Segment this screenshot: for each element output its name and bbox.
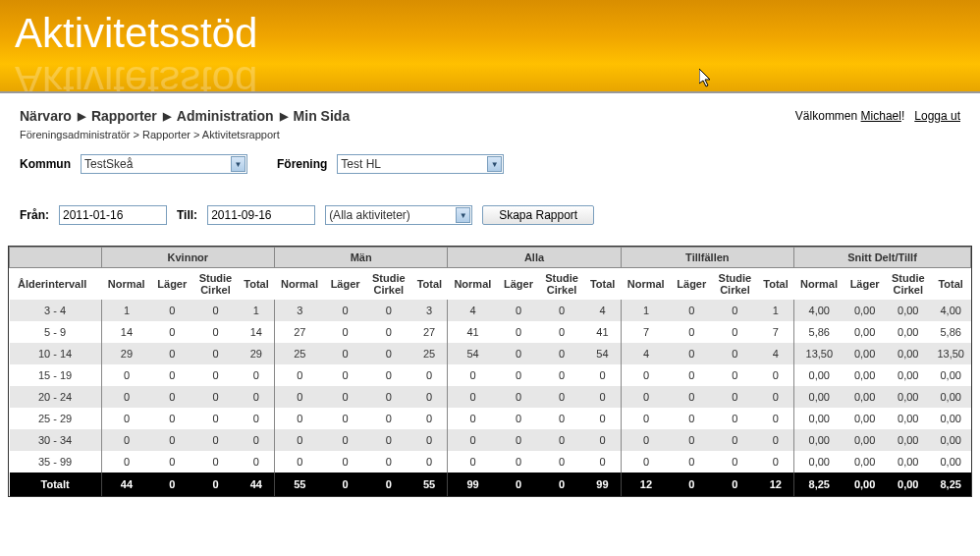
data-cell: 0 xyxy=(192,429,238,451)
group-header-empty xyxy=(10,248,102,268)
data-cell: 0 xyxy=(411,386,448,408)
data-cell: 0 xyxy=(448,364,498,386)
data-cell: 1 xyxy=(239,300,275,321)
data-cell: 0 xyxy=(539,429,584,451)
data-cell: 0 xyxy=(712,300,757,321)
table-row: 15 - 1900000000000000000,000,000,000,00 xyxy=(10,364,971,386)
data-cell: 0 xyxy=(539,386,584,408)
age-interval-cell: 20 - 24 xyxy=(10,386,102,408)
data-cell: 0 xyxy=(151,408,192,429)
sub-header-cell: StudieCirkel xyxy=(192,268,238,301)
footer-data-cell: 99 xyxy=(584,473,621,496)
data-cell: 0,00 xyxy=(793,364,844,386)
footer-data-cell: 0,00 xyxy=(844,473,886,496)
logout-link[interactable]: Logga ut xyxy=(914,109,960,123)
data-cell: 0 xyxy=(151,343,192,364)
data-cell: 0 xyxy=(671,408,712,429)
data-cell: 0 xyxy=(584,429,621,451)
chevron-down-icon: ▼ xyxy=(487,156,502,172)
chevron-right-icon: ▶ xyxy=(280,110,288,123)
data-cell: 0 xyxy=(192,321,238,343)
data-cell: 0 xyxy=(758,451,794,473)
forening-select[interactable]: Test HL ▼ xyxy=(337,154,504,174)
data-cell: 0 xyxy=(712,429,757,451)
sub-header-cell: Total xyxy=(758,268,794,301)
data-cell: 0 xyxy=(151,300,192,321)
data-cell: 0 xyxy=(151,451,192,473)
data-cell: 0 xyxy=(239,364,275,386)
data-cell: 0 xyxy=(411,364,448,386)
data-cell: 0 xyxy=(539,321,584,343)
data-cell: 0 xyxy=(758,408,794,429)
data-cell: 0 xyxy=(448,386,498,408)
data-cell: 1 xyxy=(101,300,151,321)
data-cell: 0 xyxy=(275,429,325,451)
kommun-select[interactable]: TestSkeå ▼ xyxy=(81,154,247,174)
table-row: 5 - 914001427002741004170075,860,000,005… xyxy=(10,321,971,343)
data-cell: 27 xyxy=(411,321,448,343)
group-header-man: Män xyxy=(275,248,448,268)
data-cell: 0 xyxy=(366,364,411,386)
table-row: 10 - 14290029250025540054400413,500,000,… xyxy=(10,343,971,364)
data-cell: 4 xyxy=(448,300,498,321)
data-cell: 0,00 xyxy=(844,386,886,408)
age-interval-cell: 3 - 4 xyxy=(10,300,102,321)
age-interval-cell: 5 - 9 xyxy=(10,321,102,343)
data-cell: 0,00 xyxy=(886,321,931,343)
data-cell: 0 xyxy=(101,386,151,408)
footer-data-cell: 0 xyxy=(712,473,757,496)
from-date-input[interactable] xyxy=(59,205,167,225)
data-cell: 0,00 xyxy=(931,408,971,429)
footer-data-cell: 12 xyxy=(758,473,794,496)
data-cell: 0 xyxy=(101,429,151,451)
main-nav: Närvaro ▶ Rapporter ▶ Administration ▶ M… xyxy=(0,93,980,129)
data-cell: 0 xyxy=(239,386,275,408)
data-cell: 0,00 xyxy=(931,451,971,473)
table-row: 35 - 9900000000000000000,000,000,000,00 xyxy=(10,451,971,473)
data-cell: 0,00 xyxy=(793,451,844,473)
activity-select[interactable]: (Alla aktiviteter) ▼ xyxy=(325,205,472,225)
table-row: 20 - 2400000000000000000,000,000,000,00 xyxy=(10,386,971,408)
data-cell: 0 xyxy=(621,429,671,451)
footer-data-cell: 0 xyxy=(192,473,238,496)
data-cell: 0 xyxy=(275,408,325,429)
kommun-select-value: TestSkeå xyxy=(84,157,133,171)
data-cell: 0 xyxy=(712,364,757,386)
data-cell: 0 xyxy=(712,321,757,343)
data-cell: 0,00 xyxy=(793,408,844,429)
nav-administration[interactable]: Administration xyxy=(177,108,274,124)
footer-data-cell: 0,00 xyxy=(886,473,931,496)
data-cell: 0 xyxy=(539,408,584,429)
data-cell: 0 xyxy=(621,451,671,473)
data-cell: 0 xyxy=(671,343,712,364)
data-cell: 0 xyxy=(151,386,192,408)
data-cell: 0 xyxy=(275,386,325,408)
data-cell: 0 xyxy=(498,408,539,429)
data-cell: 0,00 xyxy=(844,429,886,451)
data-cell: 41 xyxy=(584,321,621,343)
data-cell: 0 xyxy=(101,408,151,429)
nav-min-sida[interactable]: Min Sida xyxy=(294,108,351,124)
kommun-label: Kommun xyxy=(20,157,71,171)
nav-rapporter[interactable]: Rapporter xyxy=(91,108,157,124)
data-cell: 27 xyxy=(275,321,325,343)
data-cell: 0 xyxy=(325,386,366,408)
sub-header-cell: Normal xyxy=(793,268,844,301)
user-link[interactable]: Michael xyxy=(861,109,901,123)
till-date-input[interactable] xyxy=(207,205,315,225)
data-cell: 0,00 xyxy=(793,386,844,408)
sub-header-cell: Total xyxy=(411,268,448,301)
chevron-down-icon: ▼ xyxy=(231,156,245,172)
data-cell: 0 xyxy=(712,408,757,429)
report-table-container: Kvinnor Män Alla Tillfällen Snitt Delt/T… xyxy=(8,246,972,497)
breadcrumb: Föreningsadministratör > Rapporter > Akt… xyxy=(0,129,980,148)
data-cell: 0 xyxy=(539,300,584,321)
nav-narvaro[interactable]: Närvaro xyxy=(20,108,72,124)
footer-data-cell: 0 xyxy=(366,473,411,496)
data-cell: 4 xyxy=(621,343,671,364)
footer-data-cell: 0 xyxy=(151,473,192,496)
app-title: Aktivitetsstöd xyxy=(15,10,257,57)
data-cell: 0,00 xyxy=(886,408,931,429)
sub-header-cell: Normal xyxy=(275,268,325,301)
create-report-button[interactable]: Skapa Rapport xyxy=(482,205,594,225)
